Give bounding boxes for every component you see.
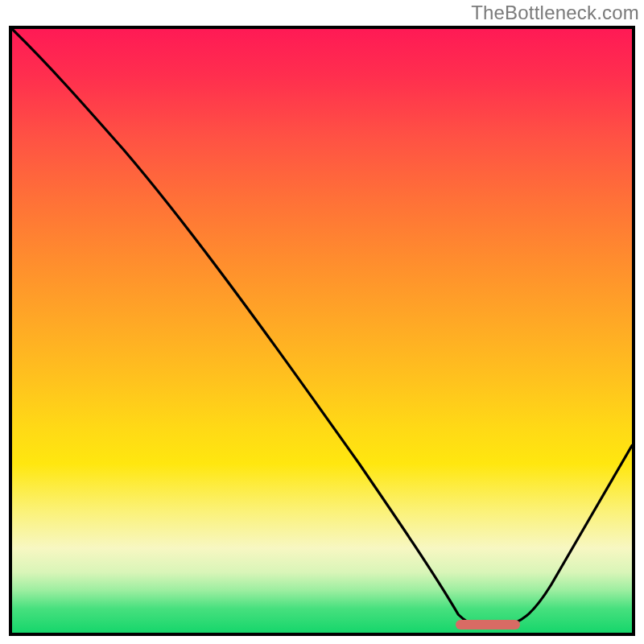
plot-frame xyxy=(9,26,635,636)
watermark-text: TheBottleneck.com xyxy=(471,2,639,24)
bottleneck-curve-path xyxy=(12,29,632,628)
chart-stage: TheBottleneck.com xyxy=(0,0,644,644)
curve-svg xyxy=(12,29,632,633)
target-range-marker xyxy=(456,620,521,630)
